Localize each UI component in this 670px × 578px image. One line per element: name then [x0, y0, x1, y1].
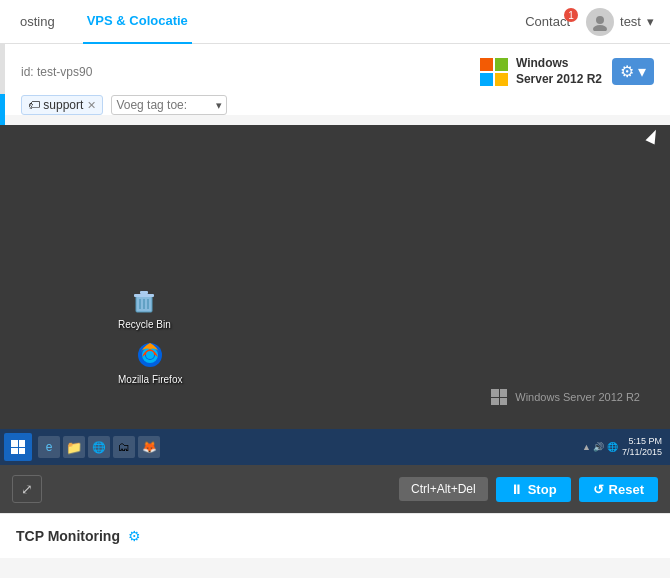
watermark-logo-icon: [491, 389, 507, 405]
tcp-monitoring-label: TCP Monitoring: [16, 528, 120, 544]
contact-badge: 1: [564, 8, 578, 22]
taskbar-clock: 5:15 PM7/11/2015: [622, 436, 662, 458]
nav-vps-colocatie[interactable]: VPS & Colocatie: [83, 0, 192, 44]
tag-input-wrapper[interactable]: ▾: [111, 95, 227, 115]
taskbar-time-text: 5:15 PM7/11/2015: [622, 436, 662, 458]
vnc-desktop[interactable]: Recycle Bin Mozilla Firefox Windows Se: [0, 125, 670, 465]
tcp-settings-icon[interactable]: ⚙: [128, 528, 141, 544]
ctrl-alt-del-button[interactable]: Ctrl+Alt+Del: [399, 477, 488, 501]
firefox-icon: [134, 339, 166, 371]
win-tile-2: [495, 58, 508, 71]
vnc-console[interactable]: Recycle Bin Mozilla Firefox Windows Se: [0, 125, 670, 465]
taskbar: e 📁 🌐 🗂 🦊 ▲ 🔊 🌐 5:15 PM7/11/2015: [0, 429, 670, 465]
user-label: test: [620, 14, 641, 29]
add-tag-input[interactable]: [116, 98, 216, 112]
server-badge-area: Windows Server 2012 R2 ⚙ ▾: [480, 56, 654, 87]
tag-label: 🏷 support: [28, 98, 83, 112]
user-avatar: [586, 8, 614, 36]
os-line1: Windows: [516, 56, 602, 72]
expand-console-button[interactable]: ⤢: [12, 475, 42, 503]
stop-label: Stop: [528, 482, 557, 497]
reset-icon: ↺: [593, 482, 604, 497]
contact-nav-item[interactable]: Contact 1: [525, 14, 570, 29]
win-tile-4: [495, 73, 508, 86]
windows-watermark: Windows Server 2012 R2: [491, 389, 640, 405]
windows-logo-area: Windows Server 2012 R2: [480, 56, 602, 87]
reset-label: Reset: [609, 482, 644, 497]
top-navigation: osting VPS & Colocatie Contact 1 test ▾: [0, 0, 670, 44]
taskbar-folder-icon[interactable]: 📁: [63, 436, 85, 458]
svg-rect-3: [134, 294, 154, 297]
gear-dropdown-arrow: ▾: [638, 62, 646, 81]
user-menu[interactable]: test ▾: [586, 8, 654, 36]
os-line2: Server 2012 R2: [516, 72, 602, 88]
stop-power-icon: ⏸: [510, 482, 523, 497]
console-toolbar: ⤢ Ctrl+Alt+Del ⏸ Stop ↺ Reset: [0, 465, 670, 513]
user-dropdown-arrow[interactable]: ▾: [647, 14, 654, 29]
svg-point-0: [596, 16, 604, 24]
taskbar-firefox-taskbar-icon[interactable]: 🦊: [138, 436, 160, 458]
main-content: id: test-vps90 Windows Server 2012 R2 ⚙ …: [5, 44, 670, 115]
svg-rect-4: [140, 291, 148, 294]
recycle-bin-icon: [128, 284, 160, 316]
recycle-bin-label: Recycle Bin: [118, 319, 171, 330]
start-logo-icon: [11, 440, 25, 454]
server-id: id: test-vps90: [21, 65, 92, 79]
tags-row: 🏷 support ✕ ▾: [21, 95, 654, 115]
taskbar-right: ▲ 🔊 🌐 5:15 PM7/11/2015: [582, 436, 666, 458]
server-settings-button[interactable]: ⚙ ▾: [612, 58, 654, 85]
nav-right-area: Contact 1 test ▾: [525, 8, 654, 36]
taskbar-explorer-icon[interactable]: 🗂: [113, 436, 135, 458]
tag-close-button[interactable]: ✕: [87, 99, 96, 112]
mouse-cursor-icon: [646, 128, 661, 145]
tag-support: 🏷 support ✕: [21, 95, 103, 115]
systray-icons: ▲ 🔊 🌐: [582, 442, 618, 452]
taskbar-ie-icon[interactable]: e: [38, 436, 60, 458]
taskbar-systray: ▲ 🔊 🌐: [582, 442, 618, 452]
stop-button[interactable]: ⏸ Stop: [496, 477, 571, 502]
tcp-monitoring-section: TCP Monitoring ⚙: [0, 513, 670, 558]
watermark-text: Windows Server 2012 R2: [515, 391, 640, 403]
nav-hosting[interactable]: osting: [16, 0, 59, 44]
start-button[interactable]: [4, 433, 32, 461]
win-tile-1: [480, 58, 493, 71]
firefox-desktop-icon[interactable]: Mozilla Firefox: [114, 335, 186, 389]
windows-logo-icon: [480, 58, 508, 86]
os-label: Windows Server 2012 R2: [516, 56, 602, 87]
svg-point-1: [593, 25, 607, 31]
taskbar-icons: e 📁 🌐 🗂 🦊: [34, 436, 164, 458]
reset-button[interactable]: ↺ Reset: [579, 477, 658, 502]
recycle-bin-desktop-icon[interactable]: Recycle Bin: [114, 280, 175, 334]
server-info-row: id: test-vps90 Windows Server 2012 R2 ⚙ …: [21, 56, 654, 87]
expand-icon: ⤢: [21, 481, 33, 497]
firefox-label: Mozilla Firefox: [118, 374, 182, 385]
svg-point-11: [146, 351, 154, 359]
win-tile-3: [480, 73, 493, 86]
taskbar-ie2-icon[interactable]: 🌐: [88, 436, 110, 458]
tag-input-dropdown-arrow[interactable]: ▾: [216, 99, 222, 112]
